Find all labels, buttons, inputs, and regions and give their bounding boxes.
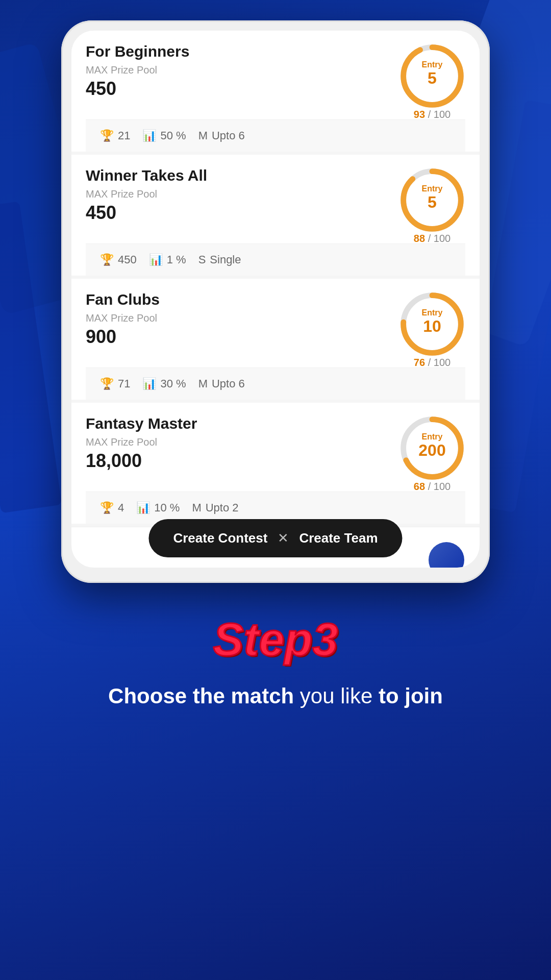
contest-info: Fantasy Master MAX Prize Pool 18,000 xyxy=(86,415,197,472)
contest-card-winner-takes-all[interactable]: Winner Takes All MAX Prize Pool 450 Entr… xyxy=(71,155,480,276)
phone-frame: For Beginners MAX Prize Pool 450 Entry 5… xyxy=(61,20,490,583)
stat-item-1: 📊 50 % xyxy=(142,129,186,142)
stat-icon-1: 📊 xyxy=(149,253,163,266)
contest-prize-label: MAX Prize Pool xyxy=(86,188,207,200)
stat-item-0: 🏆 71 xyxy=(100,377,130,390)
contest-title: For Beginners xyxy=(86,43,189,60)
contest-prize-value: 900 xyxy=(86,326,160,348)
bottom-section: Step3 Choose the match you like to join xyxy=(0,583,551,742)
stat-icon-2: M xyxy=(198,377,208,390)
contest-card-main: Fan Clubs MAX Prize Pool 900 Entry 10 76… xyxy=(86,291,465,368)
contest-card-main: Winner Takes All MAX Prize Pool 450 Entr… xyxy=(86,167,465,243)
contest-card-for-beginners[interactable]: For Beginners MAX Prize Pool 450 Entry 5… xyxy=(71,31,480,152)
stat-value-0: 71 xyxy=(118,377,130,390)
stat-item-2: M Upto 6 xyxy=(198,129,245,142)
stat-icon-1: 📊 xyxy=(136,501,150,514)
stat-value-2: Upto 6 xyxy=(212,129,245,142)
subtitle-bold2: to join xyxy=(379,684,443,708)
stat-icon-2: M xyxy=(192,501,201,514)
entry-fraction: 93 / 100 xyxy=(414,109,450,120)
entry-circle-text: Entry 5 xyxy=(422,61,443,86)
contest-info: Winner Takes All MAX Prize Pool 450 xyxy=(86,167,207,224)
contest-prize-label: MAX Prize Pool xyxy=(86,312,160,324)
contest-prize-label: MAX Prize Pool xyxy=(86,436,197,448)
stat-icon-2: M xyxy=(198,129,208,142)
entry-label: Entry xyxy=(422,309,443,317)
stat-value-1: 1 % xyxy=(167,253,186,266)
stat-value-2: Upto 2 xyxy=(206,501,239,514)
create-contest-button[interactable]: Create Contest xyxy=(173,530,267,546)
stat-icon-0: 🏆 xyxy=(100,129,114,142)
stat-item-1: 📊 10 % xyxy=(136,501,180,514)
entry-amount: 10 xyxy=(422,318,443,334)
stat-item-0: 🏆 450 xyxy=(100,253,137,266)
contest-info: Fan Clubs MAX Prize Pool 900 xyxy=(86,291,160,348)
filled-count: 93 xyxy=(414,109,425,120)
entry-circle-text: Entry 200 xyxy=(418,433,445,458)
contest-prize-label: MAX Prize Pool xyxy=(86,64,189,76)
stat-icon-0: 🏆 xyxy=(100,253,114,266)
stat-icon-0: 🏆 xyxy=(100,377,114,390)
contest-list: For Beginners MAX Prize Pool 450 Entry 5… xyxy=(71,31,480,524)
stat-icon-1: 📊 xyxy=(142,377,156,390)
filled-count: 76 xyxy=(414,357,425,368)
entry-circle: Entry 10 76 / 100 xyxy=(399,291,465,357)
step-subtitle: Choose the match you like to join xyxy=(20,681,531,712)
contest-prize-value: 18,000 xyxy=(86,450,197,472)
stat-value-1: 50 % xyxy=(160,129,186,142)
stat-item-1: 📊 30 % xyxy=(142,377,186,390)
partial-avatar xyxy=(429,542,464,568)
contest-stats: 🏆 71 📊 30 % M Upto 6 xyxy=(86,368,465,400)
step-title: Step3 xyxy=(20,614,531,666)
stat-value-2: Upto 6 xyxy=(212,377,245,390)
create-team-button[interactable]: Create Team xyxy=(299,530,378,546)
action-bar: Create Contest ✕ Create Team xyxy=(148,519,402,557)
stat-item-2: M Upto 2 xyxy=(192,501,238,514)
entry-circle-text: Entry 10 xyxy=(422,309,443,334)
action-divider: ✕ xyxy=(278,530,289,546)
entry-amount: 5 xyxy=(422,194,443,210)
stat-value-1: 10 % xyxy=(154,501,180,514)
contest-title: Winner Takes All xyxy=(86,167,207,184)
contest-stats: 🏆 450 📊 1 % S Single xyxy=(86,243,465,276)
stat-value-0: 21 xyxy=(118,129,130,142)
entry-amount: 200 xyxy=(418,442,445,458)
contest-card-main: Fantasy Master MAX Prize Pool 18,000 Ent… xyxy=(86,415,465,492)
stat-value-2: Single xyxy=(210,253,241,266)
contest-prize-value: 450 xyxy=(86,202,207,224)
contest-card-fantasy-master[interactable]: Fantasy Master MAX Prize Pool 18,000 Ent… xyxy=(71,403,480,524)
stat-value-0: 450 xyxy=(118,253,137,266)
filled-count: 88 xyxy=(414,233,425,244)
stat-item-2: S Single xyxy=(198,253,241,266)
entry-circle-text: Entry 5 xyxy=(422,185,443,210)
stat-item-1: 📊 1 % xyxy=(149,253,186,266)
entry-amount: 5 xyxy=(422,70,443,86)
entry-fraction: 88 / 100 xyxy=(414,233,450,244)
contest-stats: 🏆 21 📊 50 % M Upto 6 xyxy=(86,119,465,152)
entry-circle: Entry 5 88 / 100 xyxy=(399,167,465,233)
stat-item-0: 🏆 21 xyxy=(100,129,130,142)
subtitle-normal: you like xyxy=(300,684,379,708)
entry-label: Entry xyxy=(422,185,443,193)
phone-screen: For Beginners MAX Prize Pool 450 Entry 5… xyxy=(71,31,480,568)
stat-icon-0: 🏆 xyxy=(100,501,114,514)
entry-label: Entry xyxy=(422,61,443,69)
stat-value-0: 4 xyxy=(118,501,124,514)
contest-title: Fantasy Master xyxy=(86,415,197,432)
stat-value-1: 30 % xyxy=(160,377,186,390)
contest-info: For Beginners MAX Prize Pool 450 xyxy=(86,43,189,100)
subtitle-bold1: Choose the match xyxy=(108,684,294,708)
stat-item-2: M Upto 6 xyxy=(198,377,245,390)
entry-circle: Entry 200 68 / 100 xyxy=(399,415,465,481)
filled-count: 68 xyxy=(414,481,425,492)
contest-prize-value: 450 xyxy=(86,78,189,100)
contest-title: Fan Clubs xyxy=(86,291,160,308)
entry-label: Entry xyxy=(418,433,445,441)
stat-icon-2: S xyxy=(198,253,206,266)
contest-card-fan-clubs[interactable]: Fan Clubs MAX Prize Pool 900 Entry 10 76… xyxy=(71,279,480,400)
stat-icon-1: 📊 xyxy=(142,129,156,142)
contest-card-main: For Beginners MAX Prize Pool 450 Entry 5… xyxy=(86,43,465,119)
entry-fraction: 76 / 100 xyxy=(414,357,450,369)
entry-fraction: 68 / 100 xyxy=(414,481,450,493)
stat-item-0: 🏆 4 xyxy=(100,501,124,514)
